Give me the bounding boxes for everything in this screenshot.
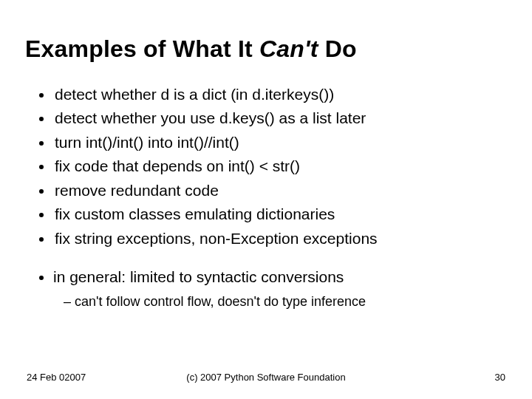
bullet-text: fix string exceptions, non-Exception exc… [55, 230, 378, 247]
list-item: fix string exceptions, non-Exception exc… [53, 228, 507, 250]
slide: Examples of What It Can't Do detect whet… [0, 0, 532, 399]
summary-text: in general: limited to syntactic convers… [53, 268, 344, 285]
bullet-text: detect whether you use d.keys() as a lis… [55, 109, 366, 126]
title-post: Do [318, 35, 357, 62]
bullet-text: turn int()/int() into int()//int() [55, 134, 239, 151]
summary-sub-list: can't follow control flow, doesn't do ty… [53, 292, 507, 311]
list-item: turn int()/int() into int()//int() [53, 132, 507, 154]
list-item: detect whether d is a dict (in d.iterkey… [53, 83, 507, 106]
bullet-text: fix code that depends on int() < str() [55, 157, 300, 174]
summary-sub-item: can't follow control flow, doesn't do ty… [64, 292, 507, 311]
list-item: remove redundant code [53, 180, 507, 202]
title-emphasis: Can't [259, 35, 318, 62]
summary-sub-text: can't follow control flow, doesn't do ty… [75, 294, 366, 309]
slide-title: Examples of What It Can't Do [25, 35, 507, 63]
footer-copyright: (c) 2007 Python Software Foundation [0, 372, 532, 383]
list-item: fix custom classes emulating dictionarie… [53, 203, 507, 225]
list-item: fix code that depends on int() < str() [53, 155, 507, 177]
bullet-text: fix custom classes emulating dictionarie… [55, 205, 335, 222]
bullet-text: remove redundant code [55, 182, 219, 199]
summary-item: in general: limited to syntactic convers… [53, 266, 507, 311]
bullet-list: detect whether d is a dict (in d.iterkey… [25, 83, 507, 250]
title-pre: Examples of What It [25, 35, 259, 62]
bullet-text: detect whether d is a dict (in d.iterkey… [55, 86, 334, 103]
summary-list: in general: limited to syntactic convers… [25, 266, 507, 311]
list-item: detect whether you use d.keys() as a lis… [53, 107, 507, 129]
footer: 24 Feb 02007 (c) 2007 Python Software Fo… [0, 372, 532, 383]
